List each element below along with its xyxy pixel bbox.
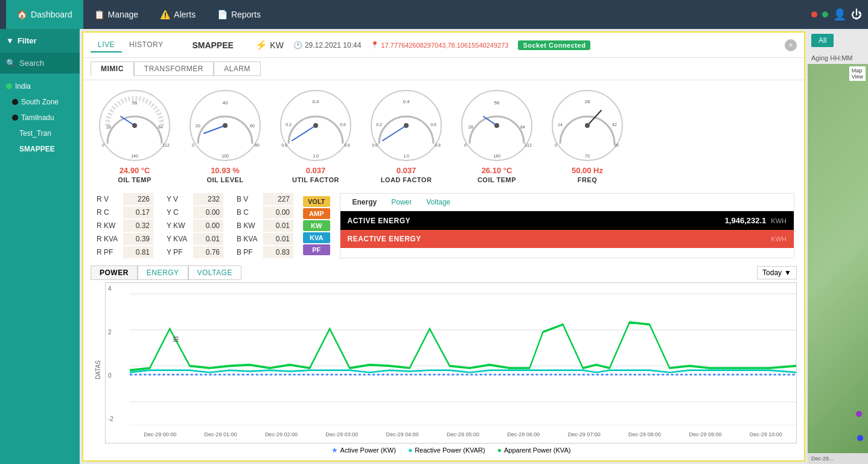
reactive-energy-row: Reactive Energy KWH [340, 230, 794, 248]
reactive-energy-label: Reactive Energy [348, 235, 762, 243]
chart-tab-energy[interactable]: Energy [138, 265, 188, 280]
alerts-icon: ⚠️ [160, 10, 170, 19]
south-zone-label: South Zone [21, 98, 59, 106]
chart-area: 4 2 0 -2 [105, 282, 797, 443]
map-area: MapView [808, 64, 868, 453]
chart-tab-voltage[interactable]: Voltage [188, 265, 241, 280]
badge-pf[interactable]: PF [303, 244, 330, 255]
energy-panel-tabs: Energy Power Voltage [340, 194, 794, 211]
energy-tab-voltage[interactable]: Voltage [419, 196, 458, 208]
mimic-tabs: Mimic Transformer Alarm [83, 58, 804, 80]
util-factor-label: Util Factor [292, 176, 339, 183]
svg-text:1.0: 1.0 [313, 154, 319, 158]
tab-history[interactable]: History [122, 38, 170, 52]
data-row: R PF0.81 [93, 246, 153, 258]
svg-text:84: 84 [158, 125, 163, 129]
coil-temp-value: 26.10 °C [482, 166, 512, 175]
search-input[interactable] [19, 59, 68, 68]
legend-active-power: ★ Active Power (KW) [331, 446, 396, 454]
svg-text:0.8: 0.8 [435, 143, 441, 147]
svg-point-17 [223, 123, 228, 128]
svg-text:0.0: 0.0 [281, 143, 287, 147]
badge-amp[interactable]: AMP [303, 208, 330, 219]
manage-icon: 📋 [94, 10, 104, 19]
all-button[interactable]: All [811, 34, 834, 47]
top-nav: 🏠 Dashboard 📋 Manage ⚠️ Alerts 📄 Reports… [0, 0, 868, 29]
map-placeholder: MapView [808, 64, 868, 453]
tamilnadu-dot [12, 115, 18, 121]
b-group: B V227 B C0.00 B KW0.01 B KVA0.01 B PF0.… [233, 193, 293, 258]
mimic-tab-alarm[interactable]: Alarm [214, 62, 261, 76]
panel-title: SMAPPEE [192, 40, 233, 50]
main-layout: ▼ Filter 🔍 India South Zone Tamilnadu Te… [0, 29, 868, 464]
chart-dropdown[interactable]: Today ▼ [757, 266, 797, 279]
svg-text:0.6: 0.6 [430, 122, 436, 127]
energy-tab-energy[interactable]: Energy [345, 196, 385, 208]
svg-text:0.2: 0.2 [376, 122, 382, 127]
nav-manage[interactable]: 📋 Manage [83, 0, 150, 29]
clock-icon: 🕐 [293, 41, 302, 49]
chart-legend: ★ Active Power (KW) ● Reactive Power (KV… [105, 443, 797, 457]
legend-reactive-power: ● Reactive Power (KVAR) [408, 446, 485, 454]
badge-kva[interactable]: KVA [303, 232, 330, 243]
energy-tab-power[interactable]: Power [384, 196, 419, 208]
badge-volt[interactable]: VOLT [303, 196, 330, 207]
badge-kw[interactable]: KW [303, 220, 330, 231]
reactive-energy-unit: KWH [771, 235, 787, 243]
svg-text:0: 0 [464, 143, 467, 147]
status-dot-green [822, 11, 828, 17]
coords-value: 17.777642608297043,78.10615540249273 [381, 42, 508, 49]
hamburger-icon[interactable]: ≡ [173, 333, 179, 346]
freq-label: Freq [578, 176, 598, 183]
svg-text:0.6: 0.6 [340, 122, 346, 127]
svg-text:20: 20 [196, 124, 200, 128]
svg-text:14: 14 [558, 122, 563, 127]
svg-point-53 [585, 123, 590, 128]
filter-icon: ▼ [6, 36, 14, 45]
sidebar-item-smappee[interactable]: SMAPPEE [0, 141, 80, 157]
power-icon[interactable]: ⏻ [851, 8, 862, 21]
location-icon: 📍 [371, 41, 379, 49]
sidebar-item-test-tran[interactable]: Test_Tran [0, 126, 80, 141]
tab-live[interactable]: Live [91, 38, 122, 52]
oil-temp-label: Oil Temp [118, 176, 152, 183]
nav-alerts[interactable]: ⚠️ Alerts [149, 0, 206, 29]
svg-text:56: 56 [614, 143, 619, 147]
sidebar-item-tamilnadu[interactable]: Tamilnadu [0, 110, 80, 126]
chart-tab-power[interactable]: Power [91, 265, 138, 280]
user-icon[interactable]: 👤 [833, 8, 846, 21]
india-label: India [15, 82, 31, 91]
nav-dashboard[interactable]: 🏠 Dashboard [6, 0, 83, 29]
tamilnadu-label: Tamilnadu [21, 113, 54, 122]
data-row: R KVA0.39 [93, 233, 153, 245]
close-button[interactable]: × [785, 39, 797, 51]
legend-apparent-power: ● Apparent Power (KVA) [497, 446, 571, 454]
gauge-util-factor: 0.4 0.2 0.6 0.0 0.8 1.0 0.037 Util Facto… [276, 86, 355, 183]
smappee-label: SMAPPEE [19, 145, 55, 153]
filter-label: Filter [18, 36, 37, 45]
sidebar-search[interactable]: 🔍 [0, 52, 80, 74]
data-row: R V226 [93, 193, 153, 205]
mimic-tab-mimic[interactable]: Mimic [91, 62, 134, 76]
gauge-load-factor: 0.4 0.2 0.6 0.0 0.8 1.0 0.037 Load Facto… [367, 86, 445, 183]
nav-reports[interactable]: 📄 Reports [206, 0, 272, 29]
chart-y-axis: 4 2 0 -2 [106, 283, 130, 425]
chart-plot [130, 283, 796, 425]
svg-text:0.2: 0.2 [286, 122, 292, 127]
nav-manage-label: Manage [108, 10, 139, 19]
sidebar-item-south-zone[interactable]: South Zone [0, 94, 80, 110]
panel-coords: 📍 17.777642608297043,78.10615540249273 [371, 41, 508, 49]
svg-text:60: 60 [250, 124, 255, 128]
svg-text:0.4: 0.4 [403, 99, 410, 104]
sidebar-filter[interactable]: ▼ Filter [0, 29, 80, 52]
chart-with-yaxis: DATAS 4 2 0 -2 [91, 282, 797, 457]
svg-point-44 [494, 123, 499, 128]
sidebar-item-india[interactable]: India [0, 78, 80, 94]
mimic-tab-transformer[interactable]: Transformer [134, 62, 214, 76]
nav-alerts-label: Alerts [174, 10, 196, 19]
status-dot-red [811, 11, 817, 17]
bolt-icon: ⚡ KW [255, 39, 284, 51]
map-view-btn[interactable]: MapView [849, 66, 866, 81]
datetime-value: 29.12.2021 10:44 [305, 41, 361, 49]
active-energy-label: Active Energy [348, 217, 720, 225]
